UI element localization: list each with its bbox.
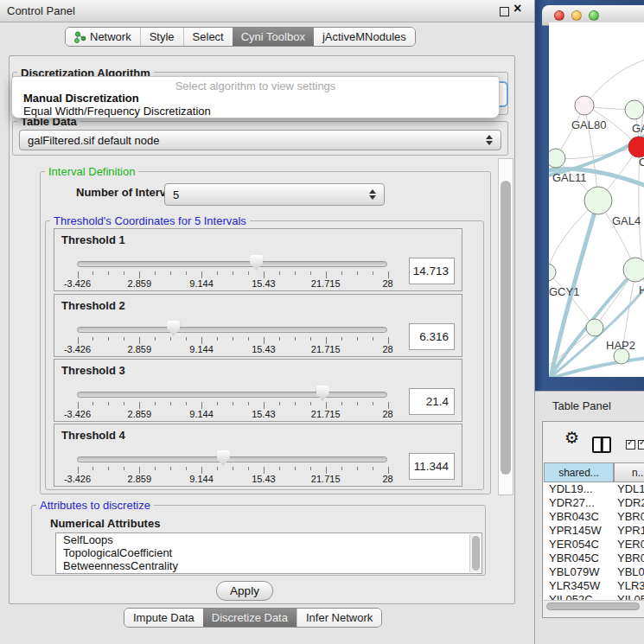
numerical-attributes-list[interactable]: SelfLoopsTopologicalCoefficientBetweenne… [55, 532, 482, 574]
bottom-tab-strip: Impute Data Discretize Data Infer Networ… [124, 608, 382, 628]
slider-track[interactable] [77, 261, 387, 267]
node-label: GA [632, 122, 644, 135]
tab-discretize-data[interactable]: Discretize Data [203, 609, 296, 627]
top-tab-strip: Network Style Select Cyni Toolbox jActiv… [65, 27, 416, 47]
network-node[interactable] [628, 137, 644, 157]
table-panel-region: Table Panel ⚙ ✓ ✓ shared... n... YDL19..… [534, 391, 644, 644]
float-window-icon[interactable] [500, 7, 509, 16]
interval-definition-title: Interval Definition [45, 165, 138, 178]
settings-scrollbar[interactable] [498, 158, 513, 495]
table-rows[interactable]: YDL19...YDL19...YDR27...YDR27...YBR043CY… [544, 482, 644, 602]
tab-jactivemnodules[interactable]: jActiveMNodules [314, 28, 415, 46]
slider-thumb[interactable] [167, 321, 180, 336]
network-window-region: GAL80GAL11GAL4GCY1HHAP2GAC [534, 0, 644, 391]
network-node-hap2[interactable] [586, 319, 603, 336]
threshold-label: Threshold 1 [61, 233, 125, 246]
column-header-name[interactable]: n... [614, 462, 644, 482]
gear-icon[interactable]: ⚙ [564, 428, 579, 447]
checkbox-icon[interactable]: ✓ [638, 440, 644, 450]
slider-track[interactable] [77, 456, 387, 462]
number-of-intervals-combobox[interactable]: 5 [164, 183, 385, 206]
node-label: GAL4 [612, 214, 641, 227]
dropdown-option-manual[interactable]: Manual Discretization [23, 92, 139, 105]
list-scrollbar[interactable] [469, 534, 481, 572]
network-node[interactable] [625, 100, 644, 119]
table-toolbar: ⚙ ✓ ✓ [543, 422, 644, 462]
threshold-label: Threshold 4 [61, 429, 125, 442]
mac-minimize-button[interactable] [571, 10, 582, 21]
tab-cyni-toolbox[interactable]: Cyni Toolbox [233, 28, 314, 46]
tab-impute-data[interactable]: Impute Data [124, 609, 203, 627]
table-data-value: galFiltered.sif default node [28, 134, 159, 147]
numerical-attributes-label: Numerical Attributes [47, 517, 163, 530]
control-panel-titlebar: Control Panel × [0, 0, 534, 22]
tab-infer-network[interactable]: Infer Network [296, 609, 381, 627]
network-node-h[interactable] [623, 258, 644, 282]
mac-zoom-button[interactable] [589, 10, 599, 21]
table-row[interactable]: YBR045CYBR045C [544, 552, 644, 565]
tab-style[interactable]: Style [140, 28, 183, 46]
network-node-gal4[interactable] [584, 187, 612, 214]
table-row[interactable]: YLR345WYLR345W [544, 579, 644, 593]
column-header-shared-name[interactable]: shared... [544, 462, 614, 482]
threshold-panel: Threshold 2 -3.4262.8599.14415.4321.7152… [54, 294, 462, 357]
settings-scrollbar-thumb[interactable] [501, 181, 511, 475]
table-row[interactable]: YBR043CYBR043C [544, 510, 644, 524]
table-row[interactable]: YDL19...YDL19... [544, 482, 644, 496]
network-icon [74, 31, 86, 43]
attribute-list-item[interactable]: TopologicalCoefficient [56, 546, 481, 559]
network-canvas[interactable]: GAL80GAL11GAL4GCY1HHAP2GAC [549, 22, 644, 377]
attribute-list-item[interactable]: SelfLoops [56, 533, 481, 546]
threshold-panel: Threshold 1 -3.4262.8599.14415.4321.7152… [54, 228, 462, 291]
node-label: GAL11 [552, 171, 587, 184]
close-icon[interactable]: × [513, 1, 521, 16]
table-row[interactable]: YBL079WYBL079W [544, 565, 644, 579]
threshold-value-field[interactable]: 11.344 [409, 453, 455, 480]
network-node-gal80[interactable] [575, 96, 594, 115]
tab-network[interactable]: Network [66, 28, 140, 46]
algorithm-dropdown-popup: Select algorithm to view settings Manual… [11, 76, 500, 118]
attr-items: SelfLoopsTopologicalCoefficientBetweenne… [56, 533, 481, 572]
table-row[interactable]: YDR27...YDR27... [544, 496, 644, 510]
table-hscrollbar[interactable] [544, 600, 644, 612]
network-node-gal11[interactable] [549, 149, 565, 168]
threshold-value-field[interactable]: 6.316 [409, 323, 455, 350]
thresholds-group-title: Threshold's Coordinates for 5 Intervals [50, 214, 250, 227]
slider-track[interactable] [77, 327, 387, 333]
table-data-combobox[interactable]: galFiltered.sif default node [19, 130, 501, 150]
slider-thumb[interactable] [250, 255, 263, 271]
threshold-value-field[interactable]: 14.713 [409, 258, 455, 284]
panel-title: Control Panel [7, 4, 75, 17]
mac-close-button[interactable] [554, 10, 564, 21]
threshold-value-field[interactable]: 21.4 [409, 388, 455, 415]
apply-button[interactable]: Apply [216, 581, 273, 601]
number-of-intervals-value: 5 [173, 188, 179, 201]
table-hscrollbar-thumb[interactable] [546, 603, 640, 610]
node-label: GCY1 [549, 285, 579, 298]
combo-arrows-icon [486, 135, 493, 145]
network-node-gcy1[interactable] [549, 264, 556, 281]
dropdown-option-equal-width[interactable]: Equal Width/Frequency Discretization [23, 105, 211, 118]
node-label: HAP2 [606, 339, 635, 352]
table-row[interactable]: YER054CYER054C [544, 538, 644, 552]
node-label: GAL80 [571, 118, 606, 131]
combo-arrows-icon [369, 189, 376, 200]
checkbox-icon[interactable]: ✓ [626, 440, 635, 450]
tab-network-label: Network [90, 30, 131, 43]
attribute-list-item[interactable]: BetweennessCentrality [56, 559, 481, 572]
node-label: H [639, 284, 644, 296]
node-label: C [639, 156, 644, 169]
split-columns-icon[interactable] [592, 437, 611, 453]
list-scrollbar-thumb[interactable] [472, 536, 480, 571]
table-container: ⚙ ✓ ✓ shared... n... YDL19...YDL19...YDR… [542, 421, 644, 618]
dropdown-hint: Select algorithm to view settings [12, 80, 499, 92]
slider-thumb[interactable] [316, 386, 329, 401]
slider-thumb[interactable] [217, 450, 230, 466]
threshold-label: Threshold 2 [61, 299, 125, 312]
threshold-label: Threshold 3 [61, 364, 125, 377]
slider-track[interactable] [77, 392, 387, 398]
attributes-group-title: Attributes to discretize [36, 499, 154, 512]
table-row[interactable]: YPR145WYPR145W [544, 524, 644, 538]
tab-select[interactable]: Select [183, 28, 233, 46]
threshold-panel: Threshold 3 -3.4262.8599.14415.4321.7152… [54, 359, 462, 422]
